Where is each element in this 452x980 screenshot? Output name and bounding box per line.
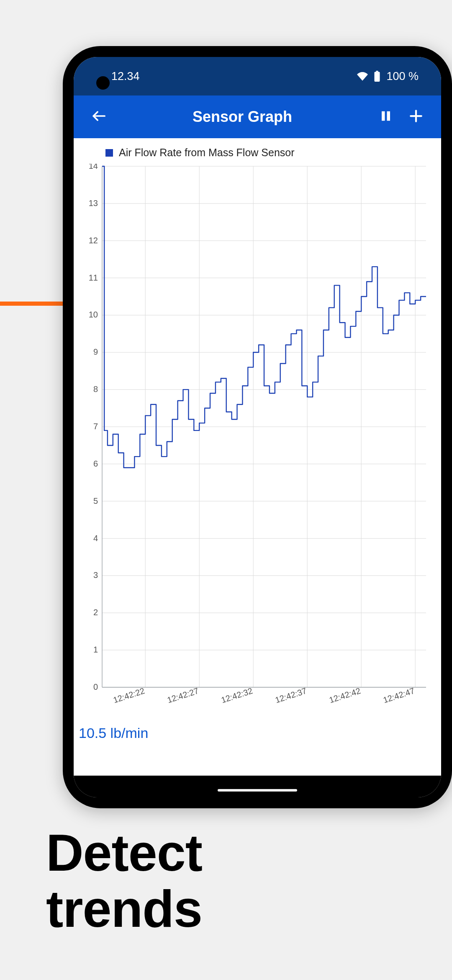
svg-text:12:42:42: 12:42:42 [328,686,362,705]
svg-text:8: 8 [93,384,98,394]
arrow-left-icon [92,109,106,125]
svg-text:13: 13 [89,199,98,208]
svg-text:10: 10 [89,310,98,319]
app-bar: Sensor Graph [74,95,441,138]
svg-text:2: 2 [93,608,98,617]
svg-rect-4 [387,111,390,121]
power-button [449,243,452,281]
camera-hole [96,76,110,90]
svg-text:6: 6 [93,459,98,468]
svg-text:12:42:27: 12:42:27 [166,686,200,705]
svg-text:14: 14 [89,164,98,170]
svg-text:12:42:37: 12:42:37 [274,686,308,705]
svg-text:11: 11 [89,273,98,282]
status-time: 12.34 [111,70,140,83]
svg-text:5: 5 [93,496,98,505]
chart-legend: Air Flow Rate from Mass Flow Sensor [78,144,434,161]
chart-area[interactable]: 0123456789101112131412:42:2212:42:2712:4… [78,164,434,721]
back-button[interactable] [85,103,112,130]
svg-text:12:42:22: 12:42:22 [112,686,146,705]
status-battery-text: 100 % [386,70,419,83]
chart-content: Air Flow Rate from Mass Flow Sensor 0123… [74,138,441,776]
svg-text:7: 7 [93,422,98,431]
svg-text:12:42:47: 12:42:47 [382,686,416,705]
svg-text:9: 9 [93,347,98,356]
add-button[interactable] [403,103,429,130]
phone-screen: 12.34 100 % [74,57,441,797]
pause-icon [380,109,392,125]
marketing-headline: Detect trends [46,825,202,937]
legend-label: Air Flow Rate from Mass Flow Sensor [119,147,295,159]
headline-line-1: Detect [46,825,202,881]
plus-icon [409,109,423,125]
svg-rect-1 [375,72,380,82]
home-indicator[interactable] [218,789,297,792]
svg-text:3: 3 [93,570,98,580]
svg-text:0: 0 [93,682,98,691]
volume-button [449,348,452,448]
headline-line-2: trends [46,881,202,937]
svg-text:12: 12 [89,236,98,245]
app-title: Sensor Graph [116,108,369,126]
svg-text:12:42:32: 12:42:32 [220,686,254,705]
current-reading: 10.5 lb/min [78,721,434,741]
battery-full-icon [374,71,380,82]
svg-text:1: 1 [93,645,98,654]
wifi-icon [357,72,368,81]
status-bar: 12.34 100 % [74,57,441,95]
svg-text:4: 4 [93,534,98,543]
pause-button[interactable] [372,103,399,130]
svg-rect-0 [376,71,378,72]
legend-swatch [105,149,113,157]
phone-frame: 12.34 100 % [63,46,452,808]
svg-rect-3 [382,111,385,121]
line-chart: 0123456789101112131412:42:2212:42:2712:4… [78,164,429,721]
android-nav-bar [74,776,441,797]
